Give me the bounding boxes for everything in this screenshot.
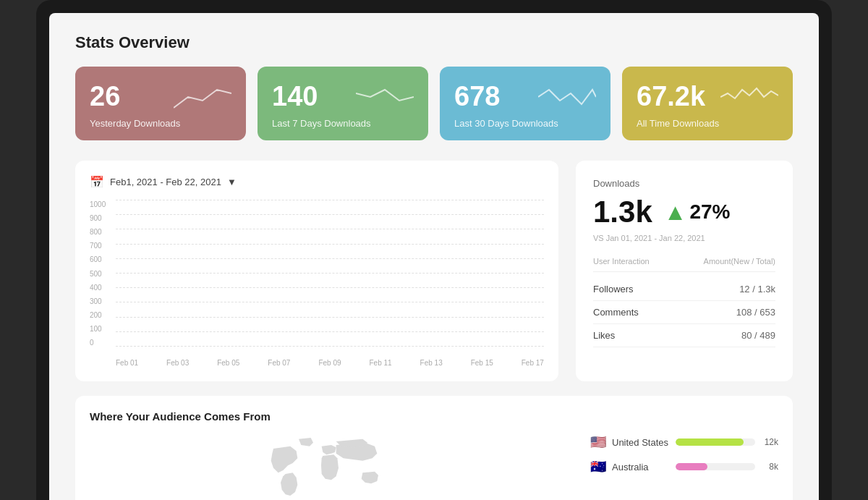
up-arrow-icon: ▲ <box>664 199 687 226</box>
y-label-700: 700 <box>90 242 113 250</box>
table-row-comments: Comments 108 / 653 <box>593 301 775 324</box>
flag-au: 🇦🇺 <box>590 459 606 475</box>
x-label-feb03: Feb 03 <box>166 359 189 367</box>
table-row-likes: Likes 80 / 489 <box>593 324 775 347</box>
y-label-800: 800 <box>90 228 113 236</box>
y-label-0: 0 <box>90 339 113 347</box>
x-label-feb13: Feb 13 <box>420 359 443 367</box>
downloads-main: 1.3k ▲ 27% <box>593 195 775 229</box>
date-range-label: Feb1, 2021 - Feb 22, 2021 <box>110 177 221 187</box>
table-header-metric: User Interaction <box>593 257 650 266</box>
interaction-table: User Interaction Amount(New / Total) Fol… <box>593 257 775 347</box>
y-label-900: 900 <box>90 214 113 222</box>
sparkline-yesterday <box>174 82 231 111</box>
table-header: User Interaction Amount(New / Total) <box>593 257 775 272</box>
downloads-pct: ▲ 27% <box>664 199 731 226</box>
stat-label-yesterday: Yesterday Downloads <box>90 118 231 129</box>
table-header-amount: Amount(New / Total) <box>704 257 775 266</box>
y-label-600: 600 <box>90 255 113 263</box>
table-row-followers: Followers 12 / 1.3k <box>593 278 775 301</box>
x-label-feb15: Feb 15 <box>471 359 493 367</box>
y-label-500: 500 <box>90 270 113 278</box>
x-label-feb05: Feb 05 <box>217 359 239 367</box>
chart-grid <box>116 200 544 347</box>
stat-card-yesterday: 26 Yesterday Downloads <box>75 67 246 140</box>
chart-area: 0 100 200 300 400 500 600 700 800 900 10… <box>90 200 544 367</box>
country-name-us: United States <box>612 437 670 448</box>
bar-wrap-au <box>676 463 755 470</box>
row-amount-comments: 108 / 653 <box>736 307 775 318</box>
vs-label: VS Jan 01, 2021 - Jan 22, 2021 <box>593 234 775 242</box>
row-metric-followers: Followers <box>593 284 634 295</box>
stat-cards-container: 26 Yesterday Downloads 140 Last 7 <box>75 67 793 140</box>
row-amount-followers: 12 / 1.3k <box>739 284 775 295</box>
stat-card-alltime: 67.2k All Time Downloads <box>622 67 793 140</box>
stat-label-last7: Last 7 Days Downloads <box>272 118 414 129</box>
audience-stats: 🇺🇸 United States 12k 🇦🇺 Australia <box>590 434 778 500</box>
x-label-feb11: Feb 11 <box>369 359 391 367</box>
x-label-feb09: Feb 09 <box>318 359 341 367</box>
country-value-us: 12k <box>761 437 778 447</box>
chart-section: 📅 Feb1, 2021 - Feb 22, 2021 ▼ 0 100 200 … <box>75 161 558 381</box>
chart-y-axis: 0 100 200 300 400 500 600 700 800 900 10… <box>90 200 113 347</box>
audience-content: 🇺🇸 United States 12k 🇦🇺 Australia <box>90 434 778 500</box>
stat-number-last30: 678 <box>454 81 500 112</box>
calendar-icon: 📅 <box>90 175 104 189</box>
stat-card-last30: 678 Last 30 Days Downloads <box>440 67 610 140</box>
flag-us: 🇺🇸 <box>590 434 606 450</box>
sparkline-alltime <box>720 82 778 111</box>
y-label-1000: 1000 <box>90 200 113 208</box>
y-label-300: 300 <box>90 297 113 305</box>
dropdown-arrow-icon: ▼ <box>227 177 237 187</box>
y-label-100: 100 <box>90 325 113 333</box>
page-title: Stats Overview <box>75 33 793 52</box>
x-label-feb01: Feb 01 <box>116 359 138 367</box>
bar-fill-au <box>676 463 707 470</box>
dashboard: Stats Overview 26 Yesterday Downloads 14… <box>49 13 819 500</box>
stats-panel: Downloads 1.3k ▲ 27% VS Jan 01, 2021 - J… <box>576 161 793 381</box>
pct-change-value: 27% <box>689 200 730 224</box>
audience-title: Where Your Audience Comes From <box>90 410 778 423</box>
bar-wrap-us <box>676 438 755 446</box>
stat-number-alltime: 67.2k <box>637 81 705 112</box>
laptop-frame: Stats Overview 26 Yesterday Downloads 14… <box>36 0 832 500</box>
x-label-feb17: Feb 17 <box>522 359 544 367</box>
country-value-au: 8k <box>761 462 778 472</box>
stat-number-last7: 140 <box>272 81 318 112</box>
world-map <box>90 434 573 500</box>
country-row-au: 🇦🇺 Australia 8k <box>590 459 778 475</box>
row-metric-comments: Comments <box>593 307 639 318</box>
date-filter[interactable]: 📅 Feb1, 2021 - Feb 22, 2021 ▼ <box>90 175 544 189</box>
stat-number-yesterday: 26 <box>90 81 120 112</box>
stat-card-last7: 140 Last 7 Days Downloads <box>258 67 428 140</box>
downloads-label: Downloads <box>593 178 775 189</box>
chart-x-axis: Feb 01 Feb 03 Feb 05 Feb 07 Feb 09 Feb 1… <box>116 359 544 367</box>
stat-label-last30: Last 30 Days Downloads <box>454 118 596 129</box>
row-amount-likes: 80 / 489 <box>741 330 775 341</box>
row-metric-likes: Likes <box>593 330 615 341</box>
y-label-200: 200 <box>90 311 113 319</box>
country-row-us: 🇺🇸 United States 12k <box>590 434 778 450</box>
main-content: 📅 Feb1, 2021 - Feb 22, 2021 ▼ 0 100 200 … <box>75 161 793 381</box>
world-map-svg <box>90 434 573 500</box>
laptop-screen: Stats Overview 26 Yesterday Downloads 14… <box>49 13 819 500</box>
sparkline-last7 <box>356 82 414 111</box>
stat-label-alltime: All Time Downloads <box>637 118 778 129</box>
downloads-count: 1.3k <box>593 195 652 229</box>
audience-section: Where Your Audience Comes From <box>75 396 793 500</box>
sparkline-last30 <box>538 82 596 111</box>
bar-fill-us <box>676 438 744 446</box>
x-label-feb07: Feb 07 <box>268 359 290 367</box>
country-name-au: Australia <box>612 462 670 473</box>
y-label-400: 400 <box>90 284 113 292</box>
